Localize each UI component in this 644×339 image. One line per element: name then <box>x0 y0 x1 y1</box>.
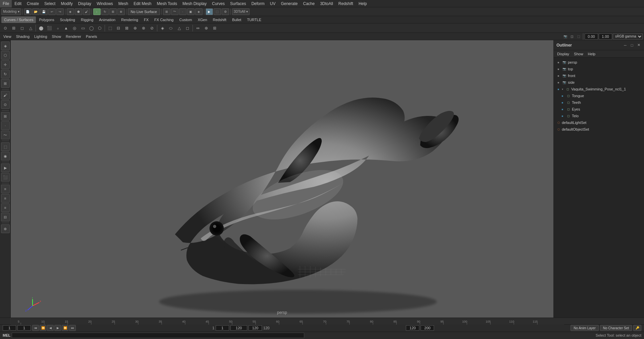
select-hier-btn[interactable]: ⊞ <box>10 24 18 32</box>
menu-uv[interactable]: UV <box>267 0 278 7</box>
frame-swatch-input[interactable] <box>17 325 31 331</box>
sphere-btn[interactable]: ⬤ <box>37 24 45 32</box>
resolution-btn[interactable]: ⬚ <box>576 32 582 41</box>
misc-side-btn[interactable]: ⊕ <box>1 224 10 233</box>
ol-item-eyes[interactable]: ■ ◻ Eyes <box>554 106 644 113</box>
extrude-btn[interactable]: ⬚ <box>106 24 114 32</box>
menu-3dtoall[interactable]: 3DtoAll <box>317 0 336 7</box>
snap-surface-btn[interactable]: ◈ <box>195 8 203 15</box>
menu-deform[interactable]: Deform <box>249 0 267 7</box>
view-menu[interactable]: View <box>1 33 13 40</box>
plane-btn[interactable]: ▭ <box>79 24 87 32</box>
paint-sel-btn[interactable]: 🖌 <box>83 8 90 15</box>
tab-bullet[interactable]: Bullet <box>229 16 244 23</box>
playback-start-input[interactable] <box>216 325 229 331</box>
tab-xgen[interactable]: XGen <box>195 16 210 23</box>
menu-redshift[interactable]: Redshift <box>336 0 356 7</box>
torus-btn[interactable]: ◎ <box>70 24 78 32</box>
tab-rendering[interactable]: Rendering <box>118 16 141 23</box>
menu-create[interactable]: Create <box>24 0 42 7</box>
pivot-btn[interactable]: ⊕ <box>202 24 210 32</box>
ipr-btn[interactable]: ⬚ <box>214 8 221 15</box>
bridge-btn[interactable]: ⊟ <box>114 24 122 32</box>
threedtoall-btn[interactable]: 3DToAll ▾ <box>232 8 250 15</box>
ol-item-persp[interactable]: ■ 📷 persp <box>554 59 644 66</box>
menu-help[interactable]: Help <box>356 0 370 7</box>
channel-box-btn[interactable]: ≡ <box>1 185 10 193</box>
film-gate-btn[interactable]: ◫ <box>569 32 575 41</box>
ol-item-lightset[interactable]: ⬡ defaultLightSet <box>554 119 644 126</box>
viewport[interactable]: persp X Y Z <box>11 40 553 318</box>
cylinder-btn[interactable]: ⬦ <box>54 24 62 32</box>
soft-sel-btn[interactable]: ⊙ <box>1 100 10 109</box>
playback-speed-input[interactable] <box>230 325 247 331</box>
render-view-btn[interactable]: ▶ <box>1 163 10 172</box>
subdiv-btn[interactable]: ◈ <box>158 24 166 32</box>
redo-btn[interactable]: ↪ <box>56 8 64 15</box>
render-frame-btn[interactable]: ▶ <box>206 8 213 15</box>
snap-view-btn[interactable]: ▣ <box>187 8 195 15</box>
tab-redshift[interactable]: Redshift <box>210 16 229 23</box>
tool-settings-btn[interactable]: ≡ <box>1 203 10 212</box>
no-live-surface-btn[interactable]: No Live Surface <box>128 8 160 15</box>
wireframe-btn[interactable]: ⬚ <box>1 142 10 151</box>
workspace-dropdown[interactable]: Modeling ▾ <box>1 8 21 15</box>
lighting-menu[interactable]: Lighting <box>32 33 49 40</box>
triangulate-btn[interactable]: △ <box>175 24 183 32</box>
skip-end-btn[interactable]: ⏭ <box>69 325 76 331</box>
ol-help-menu[interactable]: Help <box>586 51 598 57</box>
smooth-btn[interactable]: ⬭ <box>167 24 175 32</box>
skip-start-btn[interactable]: ⏮ <box>32 325 39 331</box>
save-scene-btn[interactable]: 💾 <box>40 8 48 15</box>
render-settings-btn[interactable]: ⚙ <box>222 8 229 15</box>
no-anim-layer-btn[interactable]: No Anim Layer <box>571 325 599 331</box>
tab-curves-surfaces[interactable]: Curves / Surfaces <box>1 16 36 23</box>
ol-item-tongue[interactable]: ■ ◻ Tongue <box>554 92 644 99</box>
menu-mesh-tools[interactable]: Mesh Tools <box>154 0 180 7</box>
range-start-input[interactable] <box>406 325 419 331</box>
mirror-btn[interactable]: ⇔ <box>194 24 202 32</box>
value2-input[interactable] <box>599 33 612 40</box>
open-scene-btn[interactable]: 📂 <box>32 8 40 15</box>
platonic-btn[interactable]: ⬡ <box>96 24 104 32</box>
select-all-btn[interactable]: ⊙ <box>1 24 9 32</box>
sep-btn[interactable]: ⊘ <box>148 24 156 32</box>
ol-show-menu[interactable]: Show <box>572 51 585 57</box>
snap-grid-btn[interactable]: ⊞ <box>163 8 170 15</box>
quadrangulate-btn[interactable]: ◻ <box>183 24 192 32</box>
outliner-close-btn[interactable]: ✕ <box>636 43 641 48</box>
outliner-minimize-btn[interactable]: ─ <box>623 43 628 48</box>
snap-curve-side-btn[interactable]: 〜 <box>1 131 10 139</box>
universal-manip-btn[interactable]: ⊕ <box>117 8 125 15</box>
bevel-btn[interactable]: ⊠ <box>123 24 131 32</box>
tab-animation[interactable]: Animation <box>96 16 118 23</box>
ol-item-front[interactable]: ■ 📷 front <box>554 72 644 79</box>
menu-display[interactable]: Display <box>75 0 94 7</box>
tab-custom[interactable]: Custom <box>177 16 195 23</box>
menu-surfaces[interactable]: Surfaces <box>227 0 249 7</box>
paint-sel-side-btn[interactable]: ⬡ <box>1 51 10 60</box>
ol-item-top[interactable]: ■ 📷 top <box>554 66 644 72</box>
gamma-select[interactable]: sRGB gamma <box>613 33 643 40</box>
sculpt-side-btn[interactable]: 🖌 <box>1 91 10 99</box>
menu-cache[interactable]: Cache <box>300 0 317 7</box>
menu-generate[interactable]: Generate <box>278 0 300 7</box>
select-comp-btn[interactable]: △ <box>26 24 35 32</box>
snap-point-btn[interactable]: · <box>179 8 186 15</box>
smooth-shade-btn[interactable]: ◉ <box>1 152 10 160</box>
camera-sel-btn[interactable]: 📷 <box>562 32 568 41</box>
show-menu[interactable]: Show <box>50 33 63 40</box>
select-obj-btn[interactable]: ◻ <box>18 24 26 32</box>
value1-input[interactable] <box>585 33 598 40</box>
boolean-btn[interactable]: ⊕ <box>131 24 139 32</box>
no-character-set-btn[interactable]: No Character Set <box>600 325 632 331</box>
undo-btn[interactable]: ↩ <box>48 8 56 15</box>
menu-file[interactable]: File <box>0 0 12 7</box>
tab-sculpting[interactable]: Sculpting <box>57 16 78 23</box>
frame-current-input[interactable] <box>3 325 16 331</box>
scale-tool-btn[interactable]: ⊞ <box>109 8 117 15</box>
shading-menu[interactable]: Shading <box>14 33 32 40</box>
select-tool-btn[interactable]: ◈ <box>67 8 74 15</box>
layer-editor-btn[interactable]: ⊟ <box>1 213 10 221</box>
ol-item-side[interactable]: ■ 📷 side <box>554 79 644 86</box>
